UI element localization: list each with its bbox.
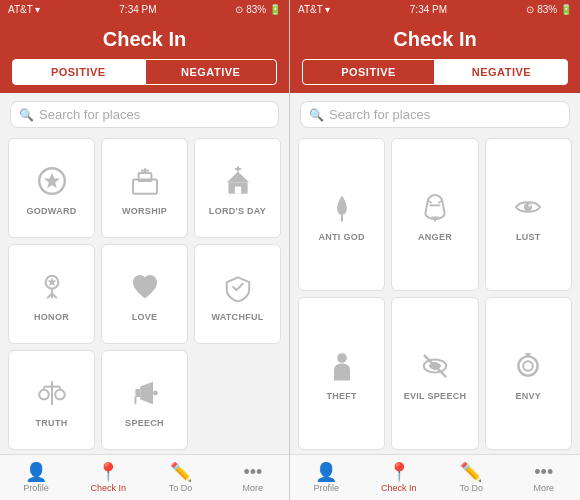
time-right: 7:34 PM	[410, 4, 447, 15]
truth-label: TRUTH	[36, 418, 68, 428]
tab-profile-left[interactable]: 👤 Profile	[0, 455, 72, 500]
lordsday-label: LORD'S DAY	[209, 206, 266, 216]
grid-item-lust[interactable]: LUST	[485, 138, 572, 291]
tab-todo-label-right: To Do	[459, 483, 483, 493]
todo-icon-right: ✏️	[460, 463, 482, 481]
svg-line-31	[424, 355, 446, 377]
antigod-label: ANTI GOD	[318, 232, 364, 242]
grid-item-antigod[interactable]: ANTI GOD	[298, 138, 385, 291]
godward-label: GODWARD	[26, 206, 76, 216]
tab-checkin-label-left: Check In	[91, 483, 127, 493]
tab-checkin-left[interactable]: 📍 Check In	[72, 455, 144, 500]
search-placeholder-left: Search for places	[39, 107, 140, 122]
tab-todo-left[interactable]: ✏️ To Do	[145, 455, 217, 500]
svg-point-29	[337, 353, 347, 363]
tab-more-label-right: More	[533, 483, 554, 493]
grid-right: ANTI GOD ANGER	[290, 134, 580, 454]
svg-rect-10	[234, 186, 240, 193]
right-phone: AT&T ▾ 7:34 PM ⊙ 83% 🔋 Check In POSITIVE…	[290, 0, 580, 500]
status-bar-right: AT&T ▾ 7:34 PM ⊙ 83% 🔋	[290, 0, 580, 18]
checkin-icon-right: 📍	[388, 463, 410, 481]
carrier-right: AT&T ▾	[298, 4, 330, 15]
tab-profile-label-right: Profile	[313, 483, 339, 493]
battery-right: ⊙ 83% 🔋	[526, 4, 572, 15]
love-icon	[129, 271, 161, 308]
grid-item-speech[interactable]: SPEECH	[101, 350, 188, 450]
svg-point-27	[524, 203, 532, 211]
more-icon-left: •••	[243, 463, 262, 481]
grid-item-godward[interactable]: GODWARD	[8, 138, 95, 238]
envy-label: ENVY	[515, 391, 541, 401]
checkin-icon-left: 📍	[97, 463, 119, 481]
tab-more-right[interactable]: ••• More	[508, 455, 581, 500]
search-icon-left: 🔍	[19, 108, 34, 122]
left-phone: AT&T ▾ 7:34 PM ⊙ 83% 🔋 Check In POSITIVE…	[0, 0, 290, 500]
tab-checkin-label-right: Check In	[381, 483, 417, 493]
more-icon-right: •••	[534, 463, 553, 481]
search-bar-right[interactable]: 🔍 Search for places	[300, 101, 570, 128]
carrier-left: AT&T ▾	[8, 4, 40, 15]
segment-bar-left: POSITIVE NEGATIVE	[0, 59, 289, 93]
godward-icon	[36, 165, 68, 202]
watchful-icon	[222, 271, 254, 308]
profile-icon-right: 👤	[315, 463, 337, 481]
svg-point-23	[153, 390, 158, 395]
truth-icon	[36, 377, 68, 414]
tab-checkin-right[interactable]: 📍 Check In	[363, 455, 436, 500]
search-bar-left[interactable]: 🔍 Search for places	[10, 101, 279, 128]
header-title-left: Check In	[103, 28, 186, 50]
profile-icon-left: 👤	[25, 463, 47, 481]
grid-item-watchful[interactable]: WATCHFUL	[194, 244, 281, 344]
evilspeech-icon	[419, 350, 451, 387]
segment-positive-right[interactable]: POSITIVE	[302, 59, 435, 85]
header-left: Check In	[0, 18, 289, 59]
tab-profile-label-left: Profile	[23, 483, 49, 493]
anger-icon	[419, 191, 451, 228]
grid-item-truth[interactable]: TRUTH	[8, 350, 95, 450]
svg-point-32	[519, 356, 538, 375]
grid-item-honor[interactable]: HONOR	[8, 244, 95, 344]
header-title-right: Check In	[393, 28, 476, 50]
grid-left: GODWARD WORSHIP	[0, 134, 289, 454]
grid-item-love[interactable]: LOVE	[101, 244, 188, 344]
svg-point-33	[524, 361, 534, 371]
theft-icon	[326, 350, 358, 387]
grid-item-envy[interactable]: ENVY	[485, 297, 572, 450]
status-bar-left: AT&T ▾ 7:34 PM ⊙ 83% 🔋	[0, 0, 289, 18]
todo-icon-left: ✏️	[170, 463, 192, 481]
grid-item-anger[interactable]: ANGER	[391, 138, 478, 291]
grid-item-evilspeech[interactable]: EVIL SPEECH	[391, 297, 478, 450]
evilspeech-label: EVIL SPEECH	[404, 391, 467, 401]
tab-todo-right[interactable]: ✏️ To Do	[435, 455, 508, 500]
tab-more-label-left: More	[243, 483, 264, 493]
svg-point-19	[55, 389, 65, 399]
search-placeholder-right: Search for places	[329, 107, 430, 122]
header-right: Check In	[290, 18, 580, 59]
segment-positive-left[interactable]: POSITIVE	[12, 59, 145, 85]
battery-left: ⊙ 83% 🔋	[235, 4, 281, 15]
segment-negative-right[interactable]: NEGATIVE	[435, 59, 568, 85]
honor-label: HONOR	[34, 312, 69, 322]
tab-bar-right: 👤 Profile 📍 Check In ✏️ To Do ••• More	[290, 454, 580, 500]
grid-item-worship[interactable]: WORSHIP	[101, 138, 188, 238]
antigod-icon	[326, 191, 358, 228]
lordsday-icon	[222, 165, 254, 202]
svg-point-18	[39, 389, 49, 399]
envy-icon	[512, 350, 544, 387]
tab-more-left[interactable]: ••• More	[217, 455, 289, 500]
segment-negative-left[interactable]: NEGATIVE	[145, 59, 278, 85]
tab-todo-label-left: To Do	[169, 483, 193, 493]
segment-bar-right: POSITIVE NEGATIVE	[290, 59, 580, 93]
svg-marker-1	[44, 173, 60, 188]
anger-label: ANGER	[418, 232, 452, 242]
lust-label: LUST	[516, 232, 541, 242]
tab-profile-right[interactable]: 👤 Profile	[290, 455, 363, 500]
tab-bar-left: 👤 Profile 📍 Check In ✏️ To Do ••• More	[0, 454, 289, 500]
grid-item-theft[interactable]: THEFT	[298, 297, 385, 450]
worship-label: WORSHIP	[122, 206, 167, 216]
time-left: 7:34 PM	[119, 4, 156, 15]
love-label: LOVE	[132, 312, 158, 322]
worship-icon	[129, 165, 161, 202]
grid-item-lordsday[interactable]: LORD'S DAY	[194, 138, 281, 238]
speech-label: SPEECH	[125, 418, 164, 428]
